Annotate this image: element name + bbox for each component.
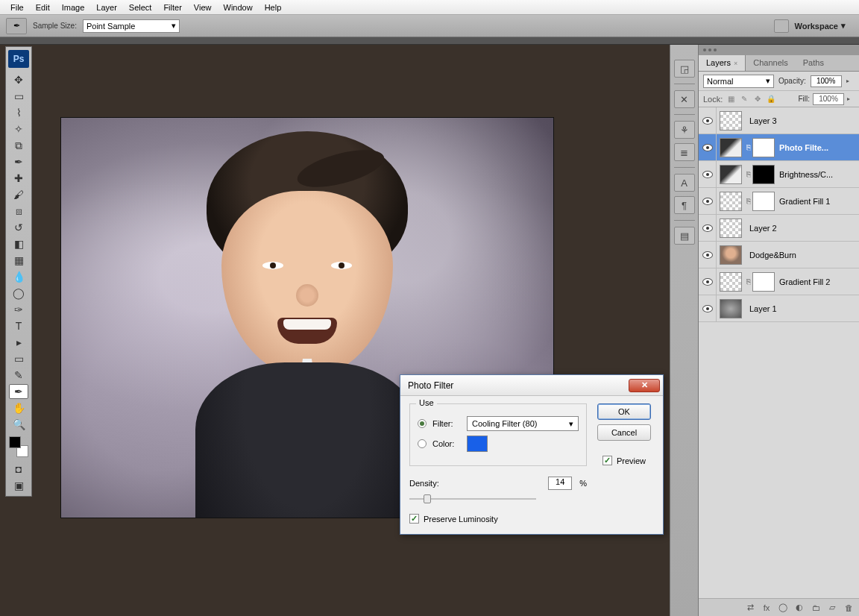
eraser-tool[interactable]: ◧ — [9, 236, 28, 251]
lasso-tool[interactable]: ⌇ — [9, 105, 28, 120]
layer-row[interactable]: ⎘ Gradient Fill 2 — [699, 268, 859, 295]
menu-help[interactable]: Help — [259, 1, 288, 13]
screen-mode-toggle[interactable]: ▣ — [9, 478, 28, 493]
density-slider[interactable] — [409, 493, 536, 505]
new-layer-icon[interactable]: ▱ — [826, 603, 838, 613]
group-icon[interactable]: 🗀 — [810, 603, 822, 613]
layer-name[interactable]: Brightness/C... — [779, 170, 859, 179]
layer-thumb[interactable] — [720, 111, 742, 131]
blur-tool[interactable]: 💧 — [9, 269, 28, 284]
crop-tool[interactable]: ⧉ — [9, 138, 28, 153]
visibility-icon[interactable] — [702, 144, 713, 151]
menu-window[interactable]: Window — [218, 1, 259, 13]
layer-thumb[interactable] — [720, 245, 742, 265]
layer-row[interactable]: ⎘ Photo Filte... — [699, 134, 859, 161]
navigator-icon[interactable]: ◲ — [674, 60, 695, 78]
delete-layer-icon[interactable]: 🗑 — [843, 603, 855, 613]
gradient-tool[interactable]: ▦ — [9, 253, 28, 268]
fg-swatch[interactable] — [9, 436, 21, 448]
layer-name[interactable]: Photo Filte... — [779, 143, 859, 152]
layer-name[interactable]: Gradient Fill 1 — [779, 197, 859, 206]
color-radio[interactable] — [418, 439, 427, 448]
character-icon[interactable]: A — [674, 174, 695, 192]
slider-thumb[interactable] — [424, 494, 431, 503]
layer-name[interactable]: Layer 2 — [749, 224, 859, 233]
panel-gripper[interactable] — [699, 45, 859, 55]
dodge-tool[interactable]: ◯ — [9, 286, 28, 301]
tab-paths[interactable]: Paths — [796, 55, 831, 71]
screen-mode-icon[interactable] — [774, 19, 789, 33]
layer-name[interactable]: Dodge&Burn — [749, 251, 859, 260]
notes-tool[interactable]: ✎ — [9, 368, 28, 383]
dialog-titlebar[interactable]: Photo Filter ✕ — [400, 375, 663, 396]
menu-filter[interactable]: Filter — [157, 1, 187, 13]
link-icon[interactable]: ⎘ — [745, 143, 752, 151]
link-icon[interactable]: ⎘ — [745, 170, 752, 178]
mask-thumb[interactable] — [752, 165, 775, 184]
layer-row[interactable]: Layer 1 — [699, 295, 859, 322]
layer-thumb[interactable] — [720, 138, 742, 157]
mask-thumb[interactable] — [752, 272, 775, 292]
color-icon[interactable]: ✕ — [674, 90, 695, 108]
layer-mask-icon[interactable]: ◯ — [777, 603, 789, 613]
stamp-tool[interactable]: ⧇ — [9, 204, 28, 219]
marquee-tool[interactable]: ▭ — [9, 89, 28, 104]
density-input[interactable]: 14 — [548, 477, 572, 490]
shape-tool[interactable]: ▭ — [9, 351, 28, 366]
visibility-icon[interactable] — [702, 278, 713, 286]
healing-tool[interactable]: ✚ — [9, 171, 28, 186]
lock-all-icon[interactable]: 🔒 — [766, 94, 776, 104]
layer-thumb[interactable] — [720, 165, 742, 184]
mask-thumb[interactable] — [752, 192, 775, 211]
visibility-icon[interactable] — [702, 171, 713, 178]
layer-style-icon[interactable]: fx — [761, 603, 773, 613]
lock-pixels-icon[interactable]: ✎ — [739, 94, 749, 104]
zoom-tool[interactable]: 🔍 — [9, 417, 28, 432]
pen-tool[interactable]: ✑ — [9, 302, 28, 317]
opacity-flyout[interactable]: ▸ — [846, 78, 854, 84]
layer-row[interactable]: Layer 2 — [699, 215, 859, 242]
cancel-button[interactable]: Cancel — [597, 424, 651, 441]
mask-thumb[interactable] — [752, 138, 775, 157]
tool-presets-icon[interactable]: ≣ — [674, 143, 695, 161]
brushes-icon[interactable]: ⚘ — [674, 121, 695, 139]
layer-name[interactable]: Layer 3 — [749, 116, 859, 125]
layer-thumb[interactable] — [720, 219, 742, 238]
visibility-icon[interactable] — [702, 198, 713, 205]
color-swatches[interactable] — [9, 436, 28, 457]
hand-tool[interactable]: ✋ — [9, 400, 28, 415]
ok-button[interactable]: OK — [597, 403, 651, 420]
paragraph-icon[interactable]: ¶ — [674, 196, 695, 214]
color-sampler-tool[interactable]: ✒ — [9, 384, 28, 399]
quick-mask-toggle[interactable]: ◘ — [9, 462, 28, 477]
lock-position-icon[interactable]: ✥ — [752, 94, 763, 104]
preview-checkbox[interactable]: ✓ — [602, 456, 612, 465]
link-layers-icon[interactable]: ⇄ — [744, 603, 756, 613]
blend-mode-select[interactable]: Normal▾ — [703, 75, 774, 88]
sample-size-select[interactable]: Point Sample▾ — [83, 19, 180, 33]
brush-tool[interactable]: 🖌 — [9, 187, 28, 202]
preserve-luminosity-checkbox[interactable]: ✓ — [409, 514, 419, 524]
eyedropper-tool[interactable]: ✒ — [9, 154, 28, 169]
menu-layer[interactable]: Layer — [90, 1, 123, 13]
color-swatch[interactable] — [467, 436, 488, 452]
layer-name[interactable]: Gradient Fill 2 — [779, 277, 859, 286]
link-icon[interactable]: ⎘ — [745, 277, 752, 286]
layer-name[interactable]: Layer 1 — [749, 304, 859, 313]
layer-thumb[interactable] — [720, 299, 742, 318]
wand-tool[interactable]: ✧ — [9, 122, 28, 136]
visibility-icon[interactable] — [702, 251, 713, 259]
layer-row[interactable]: ⎘ Gradient Fill 1 — [699, 188, 859, 215]
tool-preset-picker[interactable]: ✒ — [6, 18, 27, 34]
adjustment-layer-icon[interactable]: ◐ — [793, 603, 805, 613]
menu-file[interactable]: File — [4, 1, 30, 13]
close-icon[interactable]: ✕ — [629, 379, 660, 392]
tab-channels[interactable]: Channels — [746, 55, 795, 71]
menu-image[interactable]: Image — [56, 1, 91, 13]
layer-comps-icon[interactable]: ▤ — [674, 227, 695, 245]
layer-thumb[interactable] — [720, 272, 742, 292]
dock-gripper[interactable] — [0, 37, 859, 45]
layer-thumb[interactable] — [720, 192, 742, 211]
move-tool[interactable]: ✥ — [9, 72, 28, 87]
layer-row[interactable]: ⎘ Brightness/C... — [699, 161, 859, 188]
